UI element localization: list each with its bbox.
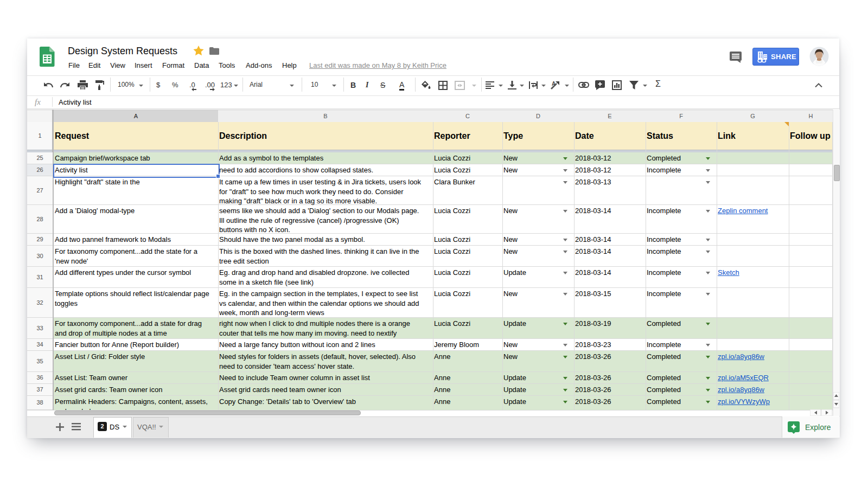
svg-text:A: A xyxy=(552,81,556,87)
